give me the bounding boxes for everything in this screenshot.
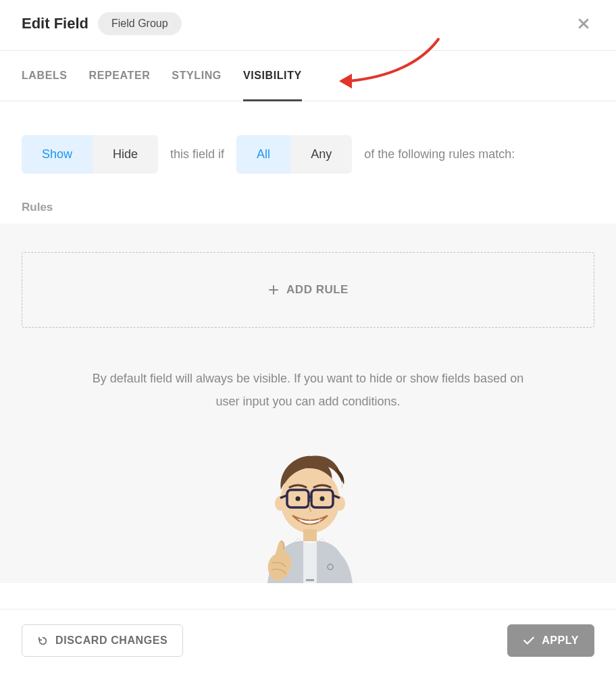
toggle-all[interactable]: All bbox=[236, 135, 290, 174]
undo-icon bbox=[37, 635, 49, 647]
tab-visibility[interactable]: VISIBILITY bbox=[243, 51, 302, 101]
rules-section-label: Rules bbox=[0, 190, 616, 224]
plus-icon bbox=[267, 284, 280, 296]
apply-button[interactable]: APPLY bbox=[507, 624, 594, 657]
check-icon bbox=[523, 636, 535, 645]
tab-bar: LABELS REPEATER STYLING VISIBILITY bbox=[0, 51, 616, 101]
condition-text-1: this field if bbox=[170, 147, 224, 161]
add-rule-button[interactable]: ADD RULE bbox=[22, 252, 594, 328]
toggle-hide[interactable]: Hide bbox=[93, 135, 158, 174]
dialog-footer: DISCARD CHANGES APPLY bbox=[0, 609, 616, 673]
all-any-toggle: All Any bbox=[236, 135, 352, 174]
toggle-show[interactable]: Show bbox=[22, 135, 93, 174]
svg-point-9 bbox=[320, 497, 325, 501]
svg-point-1 bbox=[275, 496, 286, 511]
visibility-help-text: By default field will always be visible.… bbox=[92, 367, 524, 413]
close-icon bbox=[577, 17, 590, 30]
toggle-any[interactable]: Any bbox=[290, 135, 352, 174]
dialog-header: Edit Field Field Group bbox=[0, 0, 616, 51]
tab-labels[interactable]: LABELS bbox=[22, 51, 68, 101]
svg-rect-16 bbox=[306, 579, 314, 581]
close-button[interactable] bbox=[573, 13, 594, 34]
rules-panel: ADD RULE By default field will always be… bbox=[0, 224, 616, 583]
visibility-condition-row: Show Hide this field if All Any of the f… bbox=[0, 101, 616, 190]
tab-repeater[interactable]: REPEATER bbox=[89, 51, 151, 101]
mascot-illustration bbox=[22, 448, 594, 583]
field-type-badge: Field Group bbox=[98, 12, 182, 35]
add-rule-label: ADD RULE bbox=[286, 283, 349, 297]
discard-changes-label: DISCARD CHANGES bbox=[55, 634, 168, 647]
apply-label: APPLY bbox=[542, 634, 579, 647]
condition-text-2: of the following rules match: bbox=[364, 147, 515, 161]
discard-changes-button[interactable]: DISCARD CHANGES bbox=[22, 624, 183, 657]
dialog-title: Edit Field bbox=[22, 15, 88, 32]
show-hide-toggle: Show Hide bbox=[22, 135, 158, 174]
svg-rect-13 bbox=[303, 529, 317, 541]
svg-point-2 bbox=[334, 496, 345, 511]
svg-point-8 bbox=[296, 497, 301, 501]
tab-styling[interactable]: STYLING bbox=[172, 51, 222, 101]
